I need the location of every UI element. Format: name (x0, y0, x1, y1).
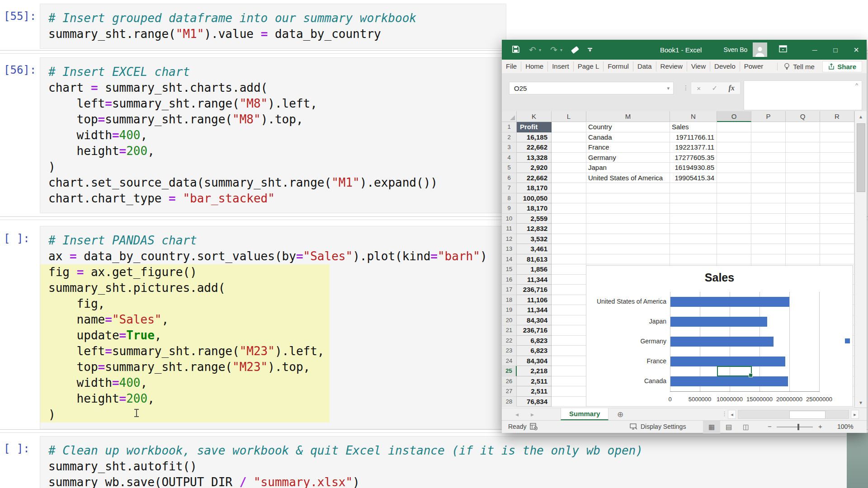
grid-cell-O8[interactable] (717, 193, 751, 204)
vertical-scrollbar[interactable]: ▴ ▾ (854, 111, 867, 408)
grid-cell-R7[interactable] (820, 183, 854, 193)
grid-cell-L25[interactable] (552, 366, 586, 376)
grid-cell-K28[interactable]: 76,834 (517, 397, 552, 407)
grid-cell-N10[interactable] (670, 214, 717, 224)
row-header-22[interactable]: 22 (502, 336, 517, 346)
grid-cell-N3[interactable]: 19221377.11 (670, 142, 717, 153)
grid-cell-L11[interactable] (552, 224, 586, 234)
grid-cell-L16[interactable] (552, 275, 586, 285)
grid-cell-P3[interactable] (751, 142, 786, 153)
grid-cell-L27[interactable] (552, 386, 586, 397)
customize-qat-icon[interactable]: ▾ (588, 48, 592, 52)
grid-cell-Q6[interactable] (786, 173, 820, 183)
grid-cell-L19[interactable] (552, 305, 586, 315)
sheet-tab-summary[interactable]: Summary (561, 408, 609, 420)
grid-cell-M13[interactable] (586, 244, 670, 254)
grid-cell-Q10[interactable] (786, 214, 820, 224)
grid-cell-L13[interactable] (552, 244, 586, 254)
grid-cell-N11[interactable] (670, 224, 717, 234)
column-header-L[interactable]: L (552, 111, 586, 122)
horizontal-scrollbar[interactable] (738, 410, 849, 419)
grid-cell-K1[interactable]: Profit (517, 122, 552, 132)
cancel-icon[interactable]: × (697, 84, 701, 92)
grid-cell-L28[interactable] (552, 397, 586, 407)
grid-cell-K13[interactable]: 3,461 (517, 244, 552, 254)
select-all-corner[interactable] (502, 111, 517, 122)
insert-function-icon[interactable]: fx (728, 84, 734, 92)
tab-power[interactable]: Power (740, 61, 768, 71)
row-header-4[interactable]: 4 (502, 153, 517, 163)
undo-dropdown-icon[interactable]: ▾ (539, 47, 541, 52)
column-header-R[interactable]: R (820, 111, 854, 122)
hscroll-left-icon[interactable]: ◂ (728, 410, 736, 419)
grid-cell-L7[interactable] (552, 183, 586, 193)
row-header-8[interactable]: 8 (502, 193, 517, 204)
grid-cell-O1[interactable] (717, 122, 751, 132)
grid-cell-K5[interactable]: 2,920 (517, 163, 552, 173)
grid-cell-M9[interactable] (586, 203, 670, 214)
scroll-up-icon[interactable]: ▴ (855, 111, 867, 122)
prev-sheet-icon[interactable]: ◂ (515, 408, 519, 421)
grid-cell-Q3[interactable] (786, 142, 820, 153)
grid-cell-P11[interactable] (751, 224, 786, 234)
grid-cell-N7[interactable] (670, 183, 717, 193)
grid-cell-L15[interactable] (552, 264, 586, 275)
grid-cell-K6[interactable]: 22,662 (517, 173, 552, 183)
column-header-N[interactable]: N (670, 111, 717, 122)
grid-cell-K24[interactable]: 84,304 (517, 356, 552, 366)
redo-dropdown-icon[interactable]: ▾ (560, 47, 562, 52)
sales-chart[interactable]: Sales Sales 0500000010000000150000002000… (586, 265, 853, 407)
zoom-slider[interactable] (777, 427, 813, 427)
row-header-23[interactable]: 23 (502, 346, 517, 356)
grid-cell-M1[interactable]: Country (586, 122, 670, 132)
tab-review[interactable]: Review (656, 61, 687, 71)
code-cell-55[interactable]: # Insert grouped dataframe into our summ… (40, 4, 506, 49)
grid-cell-L21[interactable] (552, 325, 586, 336)
row-header-17[interactable]: 17 (502, 285, 517, 295)
grid-cell-N12[interactable] (670, 234, 717, 244)
excel-titlebar[interactable]: ↶▾ ↷▾ ▾ Book1 - Excel Sven Bo ─ □ × (502, 40, 867, 60)
grid-cell-P7[interactable] (751, 183, 786, 193)
grid-cell-K7[interactable]: 18,170 (517, 183, 552, 193)
account-name[interactable]: Sven Bo (723, 46, 747, 53)
column-header-K[interactable]: K (517, 111, 552, 122)
row-header-15[interactable]: 15 (502, 264, 517, 275)
formula-bar-grip-icon[interactable]: ⋮ (683, 84, 689, 91)
row-header-12[interactable]: 12 (502, 234, 517, 244)
grid-cell-L6[interactable] (552, 173, 586, 183)
tab-home[interactable]: Home (521, 61, 547, 71)
row-header-16[interactable]: 16 (502, 275, 517, 285)
grid-cell-K23[interactable]: 6,823 (517, 346, 552, 356)
grid-cell-Q9[interactable] (786, 203, 820, 214)
grid-cell-L1[interactable] (552, 122, 586, 132)
row-header-7[interactable]: 7 (502, 183, 517, 193)
grid-cell-K8[interactable]: 100,050 (517, 193, 552, 204)
row-header-18[interactable]: 18 (502, 295, 517, 305)
grid-cell-L3[interactable] (552, 142, 586, 153)
grid-cell-K15[interactable]: 1,856 (517, 264, 552, 275)
grid-cell-R12[interactable] (820, 234, 854, 244)
scroll-down-icon[interactable]: ▾ (855, 397, 867, 408)
code-editor[interactable]: # Insert grouped dataframe into our summ… (40, 4, 506, 48)
bar-france[interactable] (670, 357, 785, 366)
row-header-14[interactable]: 14 (502, 254, 517, 265)
grid-cell-L2[interactable] (552, 132, 586, 143)
grid-cell-N8[interactable] (670, 193, 717, 204)
grid-cell-N5[interactable]: 16194930.85 (670, 163, 717, 173)
macro-record-icon[interactable] (530, 423, 538, 432)
grid-cell-K17[interactable]: 236,716 (517, 285, 552, 295)
grid-cell-R14[interactable] (820, 254, 854, 265)
grid-cell-P14[interactable] (751, 254, 786, 265)
avatar[interactable] (753, 42, 767, 57)
grid-cell-K4[interactable]: 13,328 (517, 153, 552, 163)
grid-cell-L17[interactable] (552, 285, 586, 295)
close-button[interactable]: × (846, 40, 867, 60)
grid-cell-Q13[interactable] (786, 244, 820, 254)
tab-developer[interactable]: Develo (710, 61, 740, 71)
grid-cell-M12[interactable] (586, 234, 670, 244)
grid-cell-O6[interactable] (717, 173, 751, 183)
row-header-27[interactable]: 27 (502, 386, 517, 397)
grid-cell-P9[interactable] (751, 203, 786, 214)
grid-cell-Q4[interactable] (786, 153, 820, 163)
row-header-6[interactable]: 6 (502, 173, 517, 183)
